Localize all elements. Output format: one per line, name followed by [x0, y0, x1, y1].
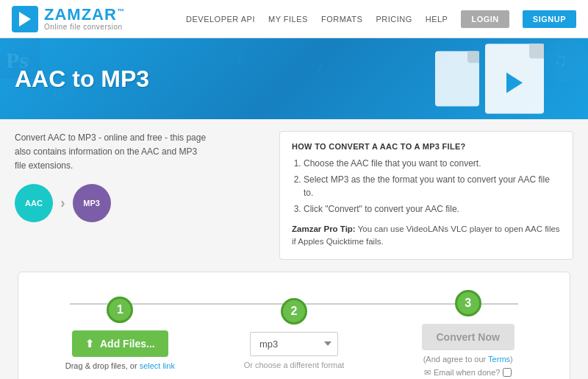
- upload-icon: ⬆: [85, 338, 94, 350]
- svg-text:♫: ♫: [265, 82, 275, 96]
- step-2: 2 mp3 mp4 wav ogg flac Or choose a diffe…: [207, 298, 381, 369]
- logo-brand: ZAMZAR™: [44, 7, 125, 23]
- right-column: HOW TO CONVERT A AAC TO A MP3 FILE? Choo…: [279, 131, 573, 260]
- step-3-circle: 3: [455, 290, 481, 316]
- email-row: ✉ Email when done?: [424, 368, 512, 378]
- hero-file-icons: [435, 44, 544, 114]
- arrow-icon: ›: [60, 194, 65, 211]
- howto-step-3: Click "Convert" to convert your AAC file…: [304, 202, 561, 216]
- nav-pricing[interactable]: PRICING: [376, 15, 412, 24]
- format-icons: AAC › MP3: [15, 184, 265, 222]
- pro-tip-label: Zamzar Pro Tip:: [292, 224, 356, 233]
- svg-text:♪: ♪: [235, 49, 243, 68]
- drag-drop-text: Drag & drop files, or select link: [65, 361, 175, 370]
- logo-subtitle: Online file conversion: [44, 23, 125, 31]
- nav-formats[interactable]: FORMATS: [321, 15, 362, 24]
- hero-title: AAC to MP3: [15, 65, 149, 93]
- file-icon-source: [435, 52, 479, 107]
- step-3-action: Convert Now (And agree to our Terms) ✉ E…: [381, 324, 555, 378]
- converter-box: 1 ⬆ Add Files... Drag & drop files, or s…: [18, 272, 570, 380]
- play-icon: [506, 72, 523, 93]
- howto-step-2: Select MP3 as the the format you want to…: [304, 173, 561, 199]
- howto-title: HOW TO CONVERT A AAC TO A MP3 FILE?: [292, 142, 561, 151]
- email-icon: ✉: [424, 368, 431, 378]
- logo-area: ZAMZAR™ Online file conversion: [12, 6, 125, 32]
- nav-api[interactable]: DEVELOPER API: [186, 15, 255, 24]
- steps-row: 1 ⬆ Add Files... Drag & drop files, or s…: [33, 290, 555, 378]
- howto-step-1: Choose the AAC file that you want to con…: [304, 157, 561, 170]
- step-2-circle: 2: [281, 298, 307, 325]
- nav-myfiles[interactable]: MY FILES: [268, 15, 308, 24]
- file-icon-target: [485, 44, 544, 114]
- login-button[interactable]: LOGIN: [461, 10, 509, 28]
- howto-steps: Choose the AAC file that you want to con…: [304, 157, 561, 216]
- step-3: 3 Convert Now (And agree to our Terms) ✉…: [381, 290, 555, 378]
- svg-marker-0: [19, 12, 31, 26]
- email-label: Email when done?: [434, 368, 501, 377]
- logo-text: ZAMZAR™ Online file conversion: [44, 7, 125, 31]
- content-row: Convert AAC to MP3 - online and free - t…: [15, 131, 573, 260]
- terms-text: (And agree to our Terms): [423, 355, 513, 364]
- terms-link[interactable]: Terms: [488, 355, 510, 364]
- add-files-button[interactable]: ⬆ Add Files...: [72, 330, 168, 357]
- email-checkbox[interactable]: [503, 368, 512, 377]
- svg-rect-11: [544, 38, 588, 82]
- convert-button[interactable]: Convert Now: [422, 324, 514, 350]
- step-1-circle: 1: [107, 297, 133, 323]
- pro-tip: Zamzar Pro Tip: You can use VideoLANs VL…: [292, 223, 561, 249]
- format-select[interactable]: mp3 mp4 wav ogg flac: [250, 332, 338, 356]
- hero-banner: ♪ ♫ 🎵 ♪ ♫ ♪ ♪ ♫ Ps ♫ AAC to MP3: [0, 38, 588, 119]
- nav-help[interactable]: HELP: [426, 15, 448, 24]
- left-column: Convert AAC to MP3 - online and free - t…: [15, 131, 265, 260]
- signup-button[interactable]: SIGNUP: [523, 10, 576, 28]
- page-description: Convert AAC to MP3 - online and free - t…: [15, 131, 265, 174]
- header: ZAMZAR™ Online file conversion DEVELOPER…: [0, 0, 588, 38]
- logo-icon: [12, 6, 38, 32]
- add-files-label: Add Files...: [100, 338, 155, 350]
- svg-text:♫: ♫: [553, 49, 567, 71]
- howto-box: HOW TO CONVERT A AAC TO A MP3 FILE? Choo…: [279, 131, 573, 260]
- aac-badge: AAC: [15, 184, 53, 222]
- select-link[interactable]: select link: [140, 361, 175, 370]
- step-1: 1 ⬆ Add Files... Drag & drop files, or s…: [33, 297, 207, 370]
- format-hint: Or choose a different format: [244, 361, 345, 369]
- main-content: Convert AAC to MP3 - online and free - t…: [0, 119, 588, 379]
- nav-links: DEVELOPER API MY FILES FORMATS PRICING H…: [186, 10, 576, 28]
- step-2-action: mp3 mp4 wav ogg flac Or choose a differe…: [207, 332, 381, 369]
- svg-text:♪: ♪: [316, 58, 323, 74]
- mp3-badge: MP3: [73, 184, 111, 222]
- step-1-action: ⬆ Add Files... Drag & drop files, or sel…: [33, 330, 207, 370]
